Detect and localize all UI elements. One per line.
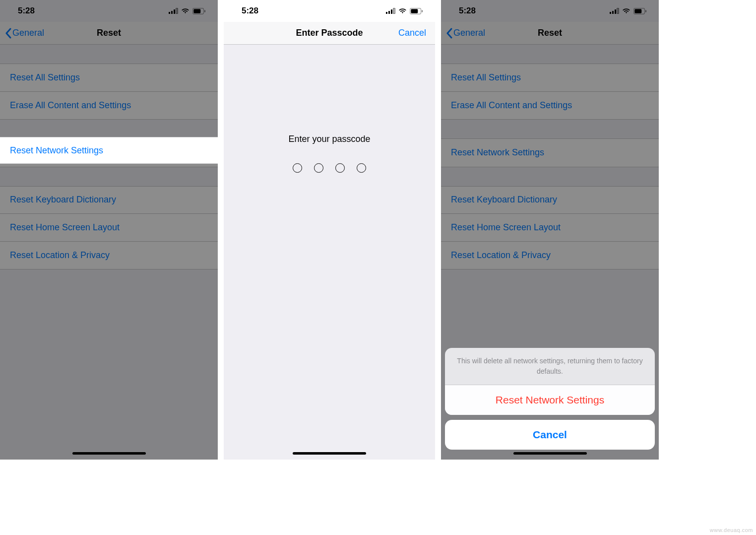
passcode-body: Enter your passcode [224,45,435,173]
passcode-dot-2 [314,163,323,173]
action-sheet-message: This will delete all network settings, r… [445,348,655,385]
cellular-icon [610,8,619,14]
svg-rect-9 [391,9,392,14]
row-label: Reset All Settings [10,72,80,83]
row-label: Reset Network Settings [10,145,103,156]
status-time: 5:28 [18,6,35,16]
nav-bar: General Reset [441,22,659,45]
cellular-icon [169,8,178,14]
wifi-icon [622,8,630,14]
status-right-icons [610,8,647,14]
nav-title: Reset [97,28,121,38]
svg-rect-16 [615,9,616,14]
row-label: Reset All Settings [451,72,521,83]
list-group-2: Reset Network Settings [441,138,659,167]
home-indicator[interactable] [293,452,366,455]
list-group-3: Reset Keyboard Dictionary Reset Home Scr… [0,186,218,270]
battery-icon [410,8,423,14]
svg-rect-8 [388,11,390,14]
nav-title: Enter Passcode [296,28,363,38]
passcode-dot-3 [335,163,345,173]
screen-enter-passcode: 5:28 Enter Passcode Cancel Enter your pa… [224,0,435,460]
home-indicator[interactable] [513,452,587,455]
list-group-1: Reset All Settings Erase All Content and… [441,64,659,120]
svg-rect-20 [645,10,646,12]
battery-icon [633,8,647,14]
list-group-1: Reset All Settings Erase All Content and… [0,64,218,120]
reset-list: Reset All Settings Erase All Content and… [0,64,218,269]
battery-icon [192,8,206,14]
row-label: Erase All Content and Settings [451,100,572,111]
svg-rect-2 [174,9,175,14]
reset-list: Reset All Settings Erase All Content and… [441,64,659,269]
watermark: www.deuaq.com [710,527,753,533]
nav-cancel-button[interactable]: Cancel [398,28,426,38]
highlighted-row-reset-network[interactable]: Reset Network Settings [0,137,218,164]
status-time: 5:28 [459,6,476,16]
action-sheet-cancel-button[interactable]: Cancel [445,420,655,450]
row-reset-keyboard-dictionary[interactable]: Reset Keyboard Dictionary [441,187,659,214]
svg-rect-3 [176,8,178,14]
row-label: Reset Location & Privacy [451,250,551,261]
status-right-icons [169,8,206,14]
row-reset-home-screen-layout[interactable]: Reset Home Screen Layout [441,214,659,242]
svg-rect-0 [169,12,170,14]
nav-back-button[interactable]: General [446,28,485,39]
row-label: Reset Keyboard Dictionary [451,195,557,205]
status-bar: 5:28 [224,0,435,22]
svg-rect-10 [393,8,395,14]
row-reset-keyboard-dictionary[interactable]: Reset Keyboard Dictionary [0,187,218,214]
chevron-left-icon [5,28,12,39]
row-erase-all-content[interactable]: Erase All Content and Settings [441,92,659,120]
svg-rect-7 [386,12,387,14]
status-right-icons [386,8,423,14]
svg-rect-14 [610,12,611,14]
home-indicator[interactable] [72,452,146,455]
row-reset-location-privacy[interactable]: Reset Location & Privacy [441,242,659,269]
svg-rect-19 [634,9,641,13]
svg-rect-5 [193,9,200,13]
status-bar: 5:28 [0,0,218,22]
nav-back-label: General [12,28,44,38]
list-group-3: Reset Keyboard Dictionary Reset Home Scr… [441,186,659,270]
nav-title: Reset [538,28,562,38]
svg-rect-17 [617,8,619,14]
svg-rect-6 [204,10,205,12]
row-reset-location-privacy[interactable]: Reset Location & Privacy [0,242,218,269]
passcode-prompt: Enter your passcode [224,134,435,144]
row-label: Reset Keyboard Dictionary [10,195,116,205]
row-label: Erase All Content and Settings [10,100,131,111]
chevron-left-icon [446,28,453,39]
row-label: Reset Location & Privacy [10,250,110,261]
row-label: Reset Home Screen Layout [10,222,120,233]
passcode-dot-4 [357,163,366,173]
row-label: Reset Network Settings [451,147,544,158]
row-reset-home-screen-layout[interactable]: Reset Home Screen Layout [0,214,218,242]
row-reset-all-settings[interactable]: Reset All Settings [0,64,218,92]
action-sheet: This will delete all network settings, r… [445,348,655,450]
svg-rect-12 [411,9,418,13]
screen-reset-dimmed: 5:28 General Reset Reset All Settings Er… [0,0,218,460]
status-time: 5:28 [242,6,258,16]
svg-rect-15 [612,11,614,14]
svg-rect-1 [171,11,173,14]
wifi-icon [181,8,189,14]
passcode-dots[interactable] [224,163,435,173]
svg-rect-13 [422,10,423,12]
nav-back-button[interactable]: General [5,28,44,39]
passcode-dot-1 [293,163,302,173]
row-reset-network-settings[interactable]: Reset Network Settings [441,139,659,167]
wifi-icon [398,8,407,14]
nav-bar: General Reset [0,22,218,45]
action-sheet-destructive-button[interactable]: Reset Network Settings [445,385,655,415]
row-reset-all-settings[interactable]: Reset All Settings [441,64,659,92]
nav-bar: Enter Passcode Cancel [224,22,435,45]
action-sheet-card: This will delete all network settings, r… [445,348,655,415]
row-erase-all-content[interactable]: Erase All Content and Settings [0,92,218,120]
nav-back-label: General [453,28,485,38]
row-label: Reset Home Screen Layout [451,222,561,233]
screen-reset-actionsheet: 5:28 General Reset Reset All Settings Er… [441,0,659,460]
status-bar: 5:28 [441,0,659,22]
cellular-icon [386,8,395,14]
